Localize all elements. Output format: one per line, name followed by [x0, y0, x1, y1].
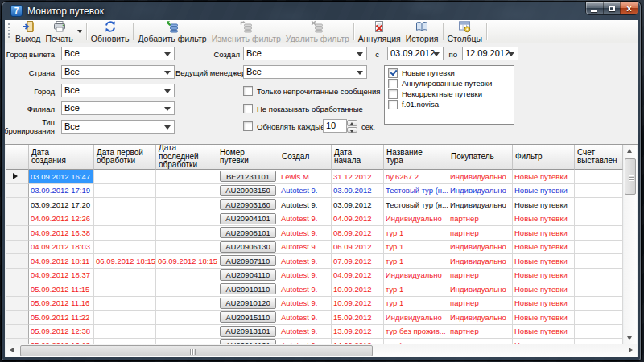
row-selector[interactable] — [6, 269, 29, 283]
cell[interactable] — [575, 198, 623, 212]
cell[interactable]: 05.09.2012 11:15 — [29, 282, 94, 297]
cell[interactable]: Тестовый тур (н... — [384, 198, 448, 212]
scroll-up-button[interactable] — [624, 145, 637, 158]
cell[interactable] — [94, 282, 156, 297]
voucher-number-button[interactable]: AU20906130 — [220, 241, 276, 253]
booking-type-combobox[interactable]: Все — [61, 120, 175, 134]
cell[interactable]: 03.09.2012 — [332, 198, 384, 212]
cell[interactable]: 06.09.2012 18:15 — [94, 254, 156, 269]
grid-header-4[interactable]: Номер путевки — [217, 145, 279, 170]
voucher-number-button[interactable]: AU20915110 — [220, 311, 276, 323]
city-combobox[interactable]: Все — [61, 84, 175, 97]
voucher-number-button[interactable]: AU20904110 — [220, 269, 276, 281]
cell[interactable] — [156, 339, 217, 344]
branch-combobox[interactable]: Все — [61, 101, 175, 115]
toolbar-button-add-filter[interactable]: Добавить фильтр — [135, 20, 208, 43]
cell[interactable]: 06.09.2012 — [332, 241, 384, 255]
cell[interactable]: тур 1 — [384, 226, 448, 241]
cell[interactable]: партнер — [448, 212, 513, 227]
cell[interactable]: Lewis M. — [279, 170, 332, 184]
voucher-number-button[interactable]: AU20903150 — [220, 185, 276, 196]
cell[interactable]: 06.09.2012 18:15 — [156, 254, 217, 269]
cell[interactable]: Autotest 9. — [279, 325, 332, 339]
cell[interactable]: 14.09.2012 — [332, 339, 384, 344]
cell[interactable]: Autotest 9. — [279, 226, 332, 241]
scroll-right-button[interactable] — [624, 344, 637, 357]
cell[interactable]: Новые путевки — [513, 269, 575, 283]
cell[interactable]: Autotest 9. — [279, 297, 332, 311]
cell[interactable]: 31.12.2012 — [332, 170, 384, 184]
cell[interactable]: AU20904110 — [217, 269, 279, 283]
cell[interactable]: 05.09.2012 11:22 — [29, 311, 94, 325]
row-selector[interactable] — [6, 241, 29, 255]
cell[interactable] — [94, 311, 156, 325]
row-selector[interactable] — [6, 184, 29, 199]
cell[interactable]: AU20903160 — [217, 198, 279, 212]
cell[interactable] — [575, 269, 623, 283]
cell[interactable] — [156, 241, 217, 255]
cell[interactable]: AU20904101 — [217, 212, 279, 227]
grid-header-7[interactable]: Название тура — [384, 145, 448, 170]
cell[interactable] — [94, 241, 156, 255]
cell[interactable] — [156, 226, 217, 241]
vertical-scroll-thumb[interactable] — [625, 158, 636, 195]
refresh-interval-input[interactable]: 10 — [323, 119, 347, 133]
cell[interactable]: AU20910110 — [217, 282, 279, 297]
grid-header-10[interactable]: Счет выставлен — [575, 145, 623, 170]
cell[interactable]: 04.09.2012 12:26 — [29, 212, 94, 227]
cell[interactable]: Autotest 9. — [279, 282, 332, 297]
cell[interactable]: Новые путевки — [513, 241, 575, 255]
cell[interactable] — [575, 297, 623, 311]
cell[interactable]: AU20914101 — [217, 339, 279, 344]
title-bar[interactable]: 7 Монитор путевок — [10, 2, 104, 20]
cell[interactable]: 03.09.2012 16:47 — [29, 170, 94, 184]
cell[interactable] — [94, 339, 156, 344]
cell[interactable]: 04.09.2012 16:38 — [29, 226, 94, 241]
maximize-button[interactable] — [603, 2, 620, 14]
cell[interactable]: 05.09.2012 11:16 — [29, 297, 94, 311]
incorrect-vouchers-checkbox[interactable]: Некорректные путевки — [388, 89, 514, 99]
cell[interactable]: Autotest 9. — [279, 269, 332, 283]
cell[interactable]: 05.09.2012 12:38 — [29, 325, 94, 339]
cell[interactable] — [575, 325, 623, 339]
cell[interactable] — [575, 212, 623, 227]
cell[interactable] — [156, 297, 217, 311]
cell[interactable]: Autotest 9. — [279, 339, 332, 344]
row-selector[interactable] — [6, 325, 29, 339]
cell[interactable]: тур без прожив... — [384, 339, 448, 344]
grid-header-9[interactable]: Фильтр — [513, 145, 575, 170]
cell[interactable] — [156, 269, 217, 283]
cell[interactable]: 03.09.2012 17:20 — [29, 198, 94, 212]
grid-header-1[interactable]: Дата создания — [29, 145, 94, 170]
row-selector[interactable] — [6, 198, 29, 212]
cell[interactable]: Индивидуально — [448, 311, 513, 325]
only-unread-checkbox[interactable]: Только непрочитанные сообщения — [243, 86, 380, 97]
cell[interactable] — [156, 170, 217, 184]
grid-header-8[interactable]: Покупатель — [448, 145, 513, 170]
cell[interactable]: Autotest 9. — [279, 212, 332, 227]
cell[interactable]: 03.09.2012 — [332, 184, 384, 199]
cell[interactable] — [575, 226, 623, 241]
minimize-button[interactable] — [586, 2, 603, 14]
cell[interactable]: Autotest 9. — [279, 241, 332, 255]
dropdown-arrow-icon[interactable] — [77, 30, 82, 35]
departure-city-combobox[interactable]: Все — [61, 47, 175, 60]
vertical-scrollbar[interactable] — [624, 145, 637, 344]
cell[interactable] — [575, 184, 623, 199]
scroll-left-button[interactable] — [6, 344, 19, 357]
cell[interactable] — [94, 269, 156, 283]
cell[interactable]: 10.09.2012 — [332, 297, 384, 311]
created-by-combobox[interactable]: Все — [243, 47, 367, 60]
cell[interactable]: партнер — [448, 226, 513, 241]
cell[interactable] — [94, 198, 156, 212]
cell[interactable]: Autotest 9. — [279, 184, 332, 199]
grid-header-5[interactable]: Создал — [279, 145, 332, 170]
toolbar-button-history[interactable]: История — [403, 20, 441, 43]
cell[interactable]: Новые путевки — [513, 226, 575, 241]
toolbar-grip[interactable] — [7, 23, 11, 39]
row-selector[interactable] — [6, 282, 29, 297]
row-selector[interactable] — [6, 226, 29, 241]
cell[interactable]: Новые путевки — [513, 297, 575, 311]
row-selector[interactable] — [6, 212, 29, 227]
date-to-picker[interactable]: 12.09.2012 — [462, 47, 518, 60]
